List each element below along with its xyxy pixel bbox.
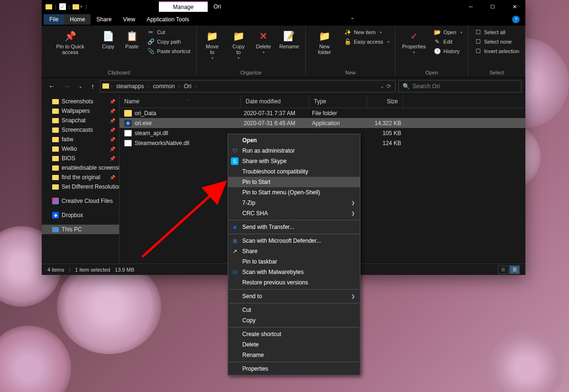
menu-file[interactable]: File: [44, 14, 64, 25]
ctx-copy[interactable]: Copy: [228, 315, 360, 326]
open-button[interactable]: 📂Open▾: [431, 27, 464, 37]
up-button[interactable]: ↑: [88, 81, 97, 92]
edit-button[interactable]: ✎Edit: [431, 37, 464, 46]
paste-button[interactable]: 📋Paste: [121, 27, 142, 51]
sidebar-creative-cloud[interactable]: Creative Cloud Files: [42, 196, 119, 206]
select-none-button[interactable]: ☐Select none: [472, 37, 521, 46]
titlebar[interactable]: | ✓ | ▾ | Manage Ori ─ ☐ ✕: [42, 0, 525, 13]
ctx-properties[interactable]: Properties: [228, 364, 360, 374]
search-input[interactable]: 🔍 Search Ori: [398, 80, 522, 92]
chevron-right-icon[interactable]: ›: [194, 84, 198, 89]
view-details-button[interactable]: ☰: [509, 265, 520, 274]
column-type[interactable]: Type: [309, 95, 367, 108]
minimize-button[interactable]: ─: [460, 0, 482, 13]
ctx-restore[interactable]: Restore previous versions: [228, 277, 360, 288]
menu-apptools[interactable]: Application Tools: [141, 14, 195, 25]
new-folder-button[interactable]: 📁New folder: [310, 27, 339, 57]
cut-button[interactable]: ✂Cut: [145, 27, 192, 37]
address-dropdown-icon[interactable]: ⌄: [380, 83, 385, 90]
manage-tab[interactable]: Manage: [159, 1, 208, 12]
ctx-pin-start[interactable]: Pin to Start: [228, 177, 360, 187]
ctx-run-admin[interactable]: 🛡Run as administrator: [228, 146, 360, 156]
properties-button[interactable]: ✓Properties▾: [399, 27, 429, 56]
sidebar-this-pc[interactable]: This PC: [42, 225, 119, 234]
breadcrumb-segment[interactable]: steamapps: [114, 82, 146, 91]
ctx-share[interactable]: ↗Share: [228, 246, 360, 256]
pin-quick-access-button[interactable]: 📌Pin to Quick access: [46, 27, 95, 57]
column-size[interactable]: Size: [367, 95, 403, 108]
sidebar-item[interactable]: Screencasts📌: [42, 125, 119, 135]
refresh-icon[interactable]: ⟳: [386, 83, 391, 90]
ctx-pin-start-openshell[interactable]: Pin to Start menu (Open-Shell): [228, 187, 360, 198]
move-to-button[interactable]: 📁Move to▾: [201, 27, 224, 62]
address-bar[interactable]: › steamapps › common › Ori › ⌄⟳: [100, 80, 395, 92]
invert-selection-button[interactable]: ☐Invert selection: [472, 46, 521, 56]
sidebar-item[interactable]: fatiw📌: [42, 135, 119, 144]
label: Send to: [242, 293, 262, 300]
sidebar-dropbox[interactable]: ◆Dropbox: [42, 210, 119, 220]
dll-icon: [124, 130, 132, 137]
ctx-cut[interactable]: Cut: [228, 305, 360, 315]
back-button[interactable]: ←: [46, 81, 58, 92]
label: Screenshots: [62, 98, 93, 105]
recent-dropdown-icon[interactable]: ⌄: [76, 82, 85, 91]
ctx-open[interactable]: Open: [228, 135, 360, 146]
qat-icon[interactable]: ✓: [59, 3, 66, 10]
close-button[interactable]: ✕: [504, 0, 525, 13]
ctx-defender[interactable]: ⊞Scan with Microsoft Defender...: [228, 236, 360, 246]
easy-access-button[interactable]: 🔓Easy access▾: [342, 37, 391, 46]
sidebar-item[interactable]: Wellio📌: [42, 144, 119, 154]
sidebar-item[interactable]: Wallpapers📌: [42, 106, 119, 116]
menu-view[interactable]: View: [117, 14, 141, 25]
sidebar-item[interactable]: Screenshots📌: [42, 97, 119, 106]
qat-dropdown-icon[interactable]: ▾: [80, 4, 83, 9]
ctx-send-to[interactable]: Send to❯: [228, 291, 360, 301]
forward-button[interactable]: →: [61, 81, 73, 92]
menu-home[interactable]: Home: [64, 14, 91, 25]
help-icon[interactable]: ?: [512, 16, 520, 23]
file-row[interactable]: ori_Data2020-07-31 7:37 AMFile folder: [119, 108, 525, 118]
history-button[interactable]: 🕑History: [431, 46, 464, 56]
sidebar-item[interactable]: enabledisable screenshots📌: [42, 163, 119, 173]
rename-button[interactable]: 📝Rename: [277, 27, 302, 51]
file-row[interactable]: ⬢ori.exe2020-07-31 6:45 AMApplication14,…: [119, 118, 525, 128]
new-item-button[interactable]: ✨New item▾: [342, 27, 391, 37]
folder-icon: [102, 83, 109, 89]
sidebar-item[interactable]: Snapchat📌: [42, 116, 119, 125]
sidebar-item[interactable]: Set Different Resolution📌: [42, 182, 119, 191]
ribbon: 📌Pin to Quick access 📄Copy 📋Paste ✂Cut 🔗…: [42, 26, 525, 78]
ctx-malwarebytes[interactable]: ⓂScan with Malwarebytes: [228, 267, 360, 277]
menu-share[interactable]: Share: [91, 14, 117, 25]
chevron-right-icon[interactable]: ›: [110, 84, 113, 89]
copy-to-button[interactable]: 📁Copy to▾: [227, 27, 250, 62]
sidebar-item[interactable]: find the original📌: [42, 173, 119, 182]
select-all-button[interactable]: ☐Select all: [472, 27, 521, 37]
chevron-right-icon[interactable]: ›: [178, 84, 181, 89]
ctx-skype[interactable]: SShare with Skype: [228, 156, 360, 166]
ctx-pin-taskbar[interactable]: Pin to taskbar: [228, 256, 360, 267]
label: Paste: [125, 44, 138, 49]
sidebar-item[interactable]: BIOS📌: [42, 154, 119, 163]
breadcrumb-segment[interactable]: Ori: [182, 82, 193, 91]
ctx-send-transfer[interactable]: ◆Send with Transfer...: [228, 222, 360, 232]
column-name[interactable]: Name⌃: [119, 95, 241, 108]
chevron-right-icon: ❯: [351, 201, 355, 205]
ctx-crcsha[interactable]: CRC SHA❯: [228, 208, 360, 219]
ctx-rename[interactable]: Rename: [228, 350, 360, 360]
label: Troubleshoot compatibility: [242, 168, 308, 175]
ctx-create-shortcut[interactable]: Create shortcut: [228, 329, 360, 339]
sidebar[interactable]: Screenshots📌Wallpapers📌Snapchat📌Screenca…: [42, 95, 119, 264]
column-date[interactable]: Date modified: [241, 95, 309, 108]
paste-shortcut-button[interactable]: 📎Paste shortcut: [145, 46, 192, 56]
copy-path-button[interactable]: 🔗Copy path: [145, 37, 192, 46]
ctx-delete[interactable]: Delete: [228, 339, 360, 350]
ctx-7zip[interactable]: 7-Zip❯: [228, 198, 360, 208]
copy-button[interactable]: 📄Copy: [98, 27, 119, 51]
breadcrumb-segment[interactable]: common: [151, 82, 177, 91]
ribbon-collapse-icon[interactable]: ⌃: [350, 17, 354, 22]
chevron-right-icon[interactable]: ›: [147, 84, 150, 89]
ctx-troubleshoot[interactable]: Troubleshoot compatibility: [228, 166, 360, 177]
maximize-button[interactable]: ☐: [482, 0, 504, 13]
view-thumbnails-button[interactable]: ⊞: [498, 265, 508, 274]
delete-button[interactable]: ✕Delete▾: [253, 27, 274, 56]
